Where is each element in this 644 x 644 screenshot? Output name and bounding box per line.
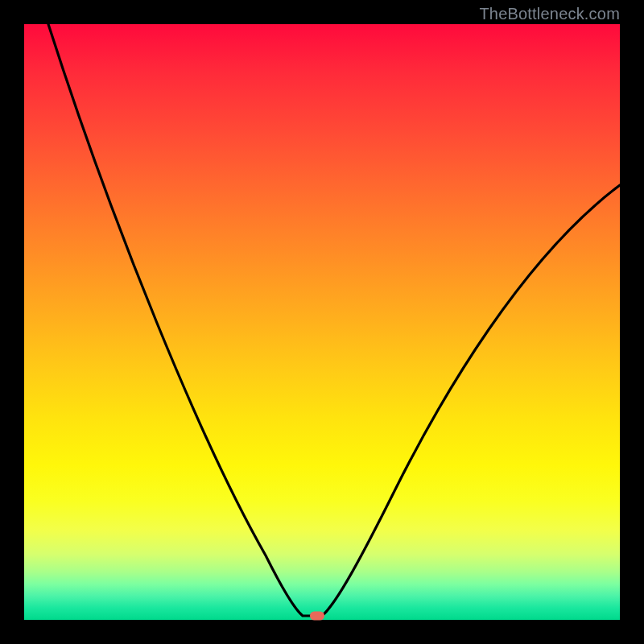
bottleneck-curve	[24, 24, 620, 620]
curve-path	[48, 24, 620, 616]
plot-area	[24, 24, 620, 620]
chart-frame: TheBottleneck.com	[0, 0, 644, 644]
watermark-text: TheBottleneck.com	[479, 5, 620, 23]
minimum-marker	[310, 612, 324, 621]
